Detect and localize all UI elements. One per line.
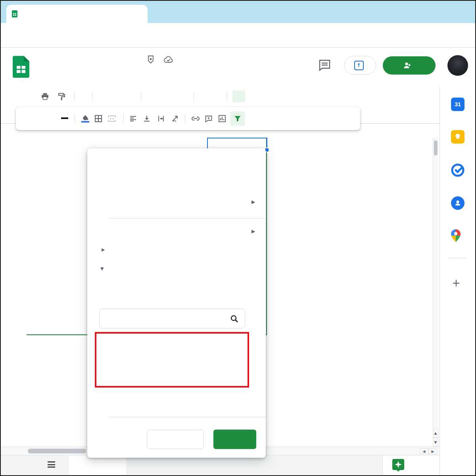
filter-range-border-right [266, 138, 267, 335]
browser-tab[interactable] [6, 5, 148, 23]
text-wrap-button[interactable] [155, 112, 167, 125]
scroll-right-icon[interactable]: ▶ [428, 448, 437, 454]
sheets-header: ↑ [1, 48, 475, 86]
cancel-button[interactable] [147, 430, 204, 449]
sheet-tab-sheet1[interactable] [69, 455, 126, 475]
menu-divider [109, 218, 266, 219]
toolbar-more-button[interactable] [232, 90, 245, 102]
tasks-icon[interactable] [451, 163, 464, 177]
browser-tab-strip [1, 1, 475, 23]
explore-button[interactable] [382, 455, 440, 475]
fill-color-button[interactable] [79, 112, 92, 125]
expand-arrow-icon[interactable]: ▶ [102, 247, 105, 252]
create-filter-button[interactable] [230, 111, 245, 126]
share-button[interactable] [383, 56, 436, 75]
explore-star-icon [392, 459, 404, 472]
approval-shield-icon[interactable] [146, 55, 155, 64]
italic-button[interactable] [35, 112, 47, 125]
merge-cells-button[interactable] [105, 112, 119, 125]
plus-icon[interactable]: + [452, 277, 461, 289]
insert-link-icon[interactable] [189, 112, 202, 125]
scroll-up-icon[interactable]: ▲ [433, 429, 438, 438]
paint-format-icon[interactable] [58, 93, 65, 100]
insert-chart-icon[interactable] [215, 112, 229, 125]
keep-icon[interactable] [451, 130, 464, 144]
vertical-align-button[interactable] [141, 112, 152, 125]
strikethrough-button[interactable] [47, 112, 59, 125]
submenu-arrow-icon: ▶ [251, 199, 255, 205]
all-sheets-icon[interactable] [48, 461, 55, 468]
sheets-logo-icon[interactable] [13, 56, 29, 78]
present-to-meeting-button[interactable]: ↑ [344, 56, 376, 75]
text-color-button[interactable] [59, 112, 71, 125]
menu-divider [109, 417, 266, 417]
sheets-favicon [11, 10, 18, 17]
sheet-tab-bar [1, 455, 382, 475]
horizontal-scrollbar-thumb[interactable] [28, 449, 86, 453]
share-person-icon [403, 62, 411, 69]
browser-toolbar [1, 23, 475, 48]
submenu-arrow-icon: ▶ [251, 228, 255, 234]
borders-button[interactable] [92, 112, 105, 125]
calendar-icon[interactable]: 31 [451, 98, 464, 111]
ok-button[interactable] [213, 430, 256, 449]
text-rotation-button[interactable] [170, 112, 181, 125]
insert-comment-icon[interactable] [202, 112, 215, 125]
filter-dropdown-menu: ▶ ▶ ▶ ▼ [87, 148, 266, 458]
floating-format-toolbar [16, 107, 360, 130]
vertical-scrollbar[interactable] [433, 138, 438, 447]
sidebar-divider [449, 258, 467, 258]
present-icon: ↑ [354, 61, 364, 70]
contacts-icon[interactable] [451, 196, 464, 210]
search-icon [230, 315, 238, 323]
comment-icon[interactable] [318, 59, 331, 72]
bold-button[interactable] [23, 112, 35, 125]
maps-icon[interactable] [451, 229, 464, 243]
browser-window: ↑ [0, 0, 476, 476]
sheets-toolbar [1, 86, 475, 106]
print-icon[interactable] [41, 93, 49, 100]
collapse-arrow-icon[interactable]: ▼ [100, 266, 104, 271]
scroll-down-icon[interactable]: ▼ [433, 438, 438, 447]
cloud-saved-icon[interactable] [163, 56, 174, 63]
horizontal-align-button[interactable] [128, 112, 138, 125]
functions-button[interactable] [250, 112, 261, 125]
account-avatar[interactable] [447, 55, 468, 76]
vertical-scrollbar-thumb[interactable] [434, 140, 438, 155]
scroll-left-icon[interactable]: ◀ [420, 448, 428, 454]
filter-search-box[interactable] [99, 309, 245, 328]
side-panel: 31 + [440, 87, 475, 475]
annotation-red-rectangle [95, 332, 249, 388]
